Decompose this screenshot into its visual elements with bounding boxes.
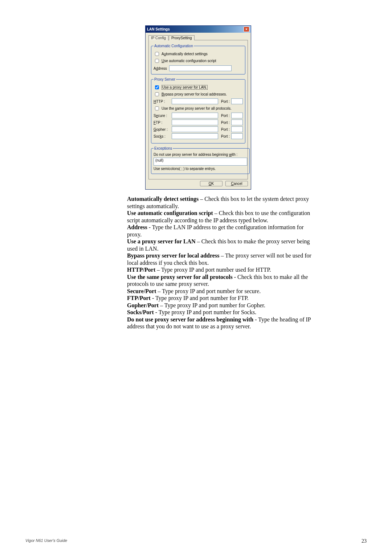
tab-panel: Automatic Configuration Automatically de… <box>148 40 248 179</box>
auto-detect-label: Automatically detect settings <box>162 52 208 56</box>
automatic-configuration-legend: Automatic Configuration <box>154 44 194 48</box>
page-footer: Vigor N61 User's Guide 23 <box>25 538 367 544</box>
lan-settings-dialog: LAN Settings × IP Config ProxySetting Au… <box>145 25 251 190</box>
footer-page-number: 23 <box>362 538 367 544</box>
gopher-port-label: Port : <box>220 127 230 131</box>
use-proxy-label: Use a proxy server for LAN. <box>162 85 208 89</box>
secure-port-input[interactable] <box>231 113 243 118</box>
use-proxy-checkbox[interactable] <box>155 85 159 89</box>
bypass-local-checkbox[interactable] <box>155 92 159 96</box>
secure-label: Secure : <box>154 114 170 118</box>
use-script-label: Use automatic configuration script <box>162 59 216 63</box>
same-proxy-label: Use the same proxy server for all protoc… <box>162 106 232 110</box>
ftp-port-input[interactable] <box>231 119 243 125</box>
ftp-label: FTP : <box>154 121 170 125</box>
footer-guide-title: Vigor N61 User's Guide <box>25 538 67 544</box>
http-port-input[interactable] <box>231 98 243 104</box>
dialog-title: LAN Settings <box>147 27 170 31</box>
exceptions-legend: Exceptions <box>154 146 173 150</box>
ok-button[interactable]: OK <box>200 181 222 186</box>
address-label: Address <box>154 66 167 70</box>
proxy-server-legend: Proxy Server <box>154 77 176 81</box>
gopher-label: Gopher : <box>154 127 170 131</box>
cancel-button[interactable]: Cancel <box>225 181 248 186</box>
exceptions-heading: Do not use proxy server for address begi… <box>154 153 247 157</box>
ftp-port-label: Port : <box>220 121 230 125</box>
bypass-local-label: Bypass proxy server for local addresses. <box>162 92 227 96</box>
http-label: HTTP : <box>154 100 170 104</box>
same-proxy-checkbox[interactable] <box>155 106 159 110</box>
close-icon[interactable]: × <box>244 27 249 32</box>
auto-detect-checkbox[interactable] <box>155 52 159 56</box>
automatic-configuration-group: Automatic Configuration Automatically de… <box>151 44 245 74</box>
exceptions-hint: Use semicolons( ; ) to separate entrys. <box>154 167 247 171</box>
secure-host-input[interactable] <box>172 113 218 118</box>
tab-proxy-setting[interactable]: ProxySetting <box>169 35 195 40</box>
tab-ip-config[interactable]: IP Config <box>148 35 168 40</box>
socks-label: Socks : <box>154 134 170 138</box>
gopher-host-input[interactable] <box>172 126 218 132</box>
use-script-checkbox[interactable] <box>155 59 159 63</box>
exceptions-input[interactable]: (null) <box>154 158 247 166</box>
socks-host-input[interactable] <box>172 133 218 139</box>
socks-port-label: Port : <box>220 134 230 138</box>
description-text: Automatically detect settings – Check th… <box>127 195 316 330</box>
proxy-server-group: Proxy Server Use a proxy server for LAN.… <box>151 77 245 143</box>
dialog-titlebar: LAN Settings × <box>146 26 251 33</box>
socks-port-input[interactable] <box>231 133 243 139</box>
tab-strip: IP Config ProxySetting <box>148 35 248 40</box>
secure-port-label: Port : <box>220 114 230 118</box>
http-port-label: Port : <box>220 100 230 104</box>
http-host-input[interactable] <box>172 98 218 104</box>
gopher-port-input[interactable] <box>231 126 243 132</box>
address-input[interactable] <box>169 65 232 71</box>
exceptions-group: Exceptions Do not use proxy server for a… <box>151 146 250 174</box>
ftp-host-input[interactable] <box>172 119 218 125</box>
